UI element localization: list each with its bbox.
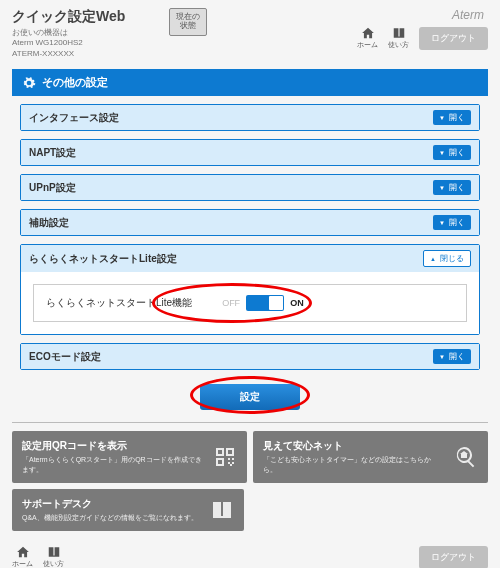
open-button[interactable]: 開く [433,110,471,125]
qr-icon [213,445,237,469]
gear-icon [22,76,36,90]
panel-interface: インタフェース設定 開く [20,104,480,131]
panel-napt: NAPT設定 開く [20,139,480,166]
logout-button[interactable]: ログアウト [419,27,488,50]
header: クイック設定Web お使いの機器は Aterm WG1200HS2 ATERM-… [0,0,500,63]
howto-link[interactable]: 使い方 [388,26,409,50]
open-button[interactable]: 開く [433,145,471,160]
close-button[interactable]: 閉じる [423,250,471,267]
home-icon [14,545,32,559]
on-label: ON [290,298,304,308]
toggle-label: らくらくネットスタートLite機能 [46,296,192,310]
home-link-bottom[interactable]: ホーム [12,545,33,568]
open-button[interactable]: 開く [433,349,471,364]
panel-eco: ECOモード設定 開く [20,343,480,370]
brand-logo: Aterm [452,8,484,22]
current-status-button[interactable]: 現在の状態 [169,8,207,36]
home-link[interactable]: ホーム [357,26,378,50]
panel-rakuraku: らくらくネットスタートLite設定 閉じる らくらくネットスタートLite機能 … [20,244,480,335]
off-label: OFF [222,298,240,308]
page-title: クイック設定Web [12,8,163,26]
submit-row: 設定 [20,384,480,410]
howto-link-bottom[interactable]: 使い方 [43,545,64,568]
open-button[interactable]: 開く [433,215,471,230]
card-safety[interactable]: 見えて安心ネット 「こども安心ネットタイマー」などの設定はこちらから。 [253,431,488,483]
home-icon [359,26,377,40]
rakuraku-toggle-row: らくらくネットスタートLite機能 OFF ON [33,284,467,322]
book-icon [45,545,63,559]
panel-aux: 補助設定 開く [20,209,480,236]
book-icon [210,498,234,522]
magnifier-home-icon [454,445,478,469]
link-cards: 設定用QRコードを表示 「AtermらくらくQRスタート」用のQRコードを作成で… [12,422,488,539]
footer: ホーム 使い方 ログアウト [0,539,500,568]
book-icon [390,26,408,40]
panel-upnp: UPnP設定 開く [20,174,480,201]
logout-button-bottom[interactable]: ログアウト [419,546,488,568]
device-info: お使いの機器は Aterm WG1200HS2 ATERM-XXXXXX [12,28,163,59]
card-support[interactable]: サポートデスク Q&A、機能別設定ガイドなどの情報をご覧になれます。 [12,489,244,531]
section-title: その他の設定 [12,69,488,96]
submit-button[interactable]: 設定 [200,384,300,410]
panels: インタフェース設定 開く NAPT設定 開く UPnP設定 開く 補助設定 開く… [0,104,500,410]
open-button[interactable]: 開く [433,180,471,195]
rakuraku-toggle[interactable] [246,295,284,311]
card-qr[interactable]: 設定用QRコードを表示 「AtermらくらくQRスタート」用のQRコードを作成で… [12,431,247,483]
